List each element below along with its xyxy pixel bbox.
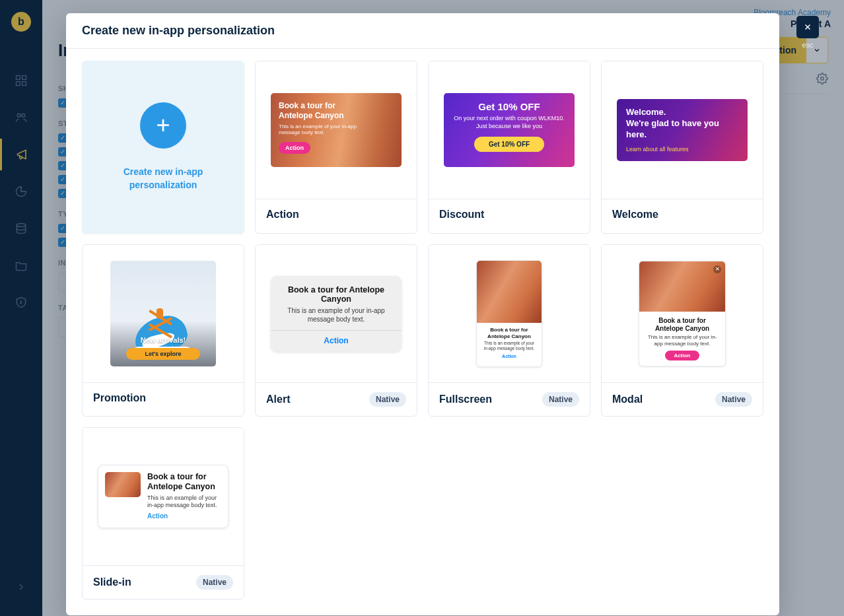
card-label: Welcome [612, 209, 658, 221]
card-discount[interactable]: Get 10% OFF On your next order with coup… [428, 61, 590, 234]
preview-link: Learn about all features [626, 146, 738, 153]
preview-title: Book a tour for Antelope Canyon [281, 285, 391, 304]
preview-button: Action [147, 512, 168, 520]
preview-title: Get 10% OFF [453, 101, 565, 112]
preview-fullscreen: Book a tour for Antelope Canyon This is … [476, 260, 542, 367]
preview-button: Action [482, 354, 536, 359]
preview-body: This is an example of your in-app messag… [147, 495, 221, 510]
preview-image [639, 261, 725, 312]
preview-caption: New arrivals! [141, 336, 186, 344]
preview-promotion: New arrivals! Let's explore [110, 261, 216, 366]
card-promotion[interactable]: New arrivals! Let's explore Promotion [82, 244, 244, 417]
preview-title: Welcome. We're glad to have you here. [626, 107, 738, 141]
preview-title: Book a tour for Antelope Canyon [147, 472, 221, 492]
native-badge: Native [196, 575, 233, 590]
create-personalization-modal: esc Create new in-app personalization + … [66, 13, 779, 615]
preview-title: Book a tour for Antelope Canyon [279, 101, 351, 121]
card-fullscreen[interactable]: Book a tour for Antelope Canyon This is … [428, 244, 590, 417]
esc-hint: esc [802, 41, 813, 49]
card-label: Fullscreen [439, 394, 492, 405]
native-badge: Native [369, 392, 406, 407]
preview-body: This is an example of your in-app messag… [645, 334, 720, 347]
preview-image [477, 261, 542, 323]
preview-modal: ✕ Book a tour for Antelope Canyon This i… [639, 261, 726, 366]
close-button[interactable] [796, 16, 819, 38]
card-slidein[interactable]: Book a tour for Antelope Canyon This is … [82, 427, 244, 599]
preview-slidein: Book a tour for Antelope Canyon This is … [98, 465, 229, 529]
card-alert[interactable]: Book a tour for Antelope Canyon This is … [255, 244, 417, 417]
preview-title: Book a tour for Antelope Canyon [645, 317, 720, 333]
preview-image [105, 472, 141, 497]
preview-body: On your next order with coupon WLKM10. J… [453, 115, 565, 130]
card-label: Alert [266, 394, 290, 405]
card-label: Discount [439, 209, 484, 221]
create-card-label: Create new in-app personalization [96, 166, 230, 191]
card-label: Modal [612, 394, 643, 405]
preview-action: Book a tour for Antelope Canyon This is … [271, 93, 402, 167]
card-label: Slide-in [93, 576, 131, 588]
native-badge: Native [715, 392, 752, 407]
preview-welcome: Welcome. We're glad to have you here. Le… [617, 99, 748, 161]
native-badge: Native [542, 392, 579, 407]
card-label: Action [266, 209, 299, 221]
close-icon: ✕ [713, 265, 721, 273]
plus-icon: + [140, 102, 186, 149]
card-action[interactable]: Book a tour for Antelope Canyon This is … [255, 61, 417, 234]
card-modal[interactable]: ✕ Book a tour for Antelope Canyon This i… [601, 244, 763, 417]
preview-button: Let's explore [126, 348, 199, 360]
preview-title: Book a tour for Antelope Canyon [482, 327, 536, 339]
preview-alert: Book a tour for Antelope Canyon This is … [271, 276, 402, 352]
card-create-new[interactable]: + Create new in-app personalization [82, 61, 244, 234]
preview-discount: Get 10% OFF On your next order with coup… [444, 93, 575, 167]
card-label: Promotion [93, 392, 146, 404]
preview-body: This is an example of your in-app messag… [482, 341, 536, 351]
preview-button: Get 10% OFF [474, 137, 544, 152]
preview-body: This is an example of your in-app messag… [279, 123, 371, 135]
preview-button: Action [271, 331, 402, 352]
preview-body: This is an example of your in-app messag… [281, 306, 391, 324]
card-welcome[interactable]: Welcome. We're glad to have you here. Le… [601, 61, 763, 234]
modal-title: Create new in-app personalization [82, 24, 275, 38]
preview-button: Action [279, 142, 310, 154]
preview-button: Action [665, 351, 700, 360]
